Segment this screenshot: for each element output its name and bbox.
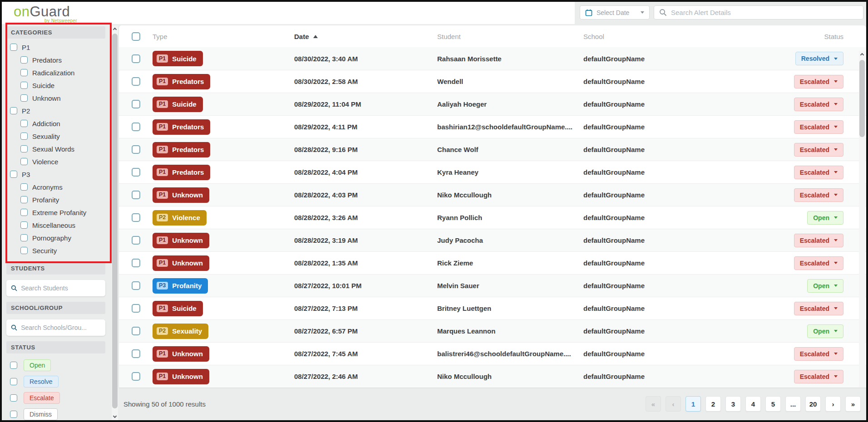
status-filter-badge[interactable]: Dismiss xyxy=(24,408,58,420)
date-filter-dropdown[interactable]: Select Date xyxy=(580,5,650,20)
category-item-checkbox[interactable] xyxy=(20,158,28,165)
row-checkbox[interactable] xyxy=(132,213,140,222)
status-dropdown[interactable]: Escalated xyxy=(794,166,843,179)
scrollbar-thumb[interactable] xyxy=(859,60,865,137)
status-filter-checkbox[interactable] xyxy=(10,362,17,369)
student-cell: Britney Luettgen xyxy=(437,304,583,312)
status-dropdown[interactable]: Open xyxy=(807,324,843,338)
row-checkbox[interactable] xyxy=(132,372,140,381)
row-checkbox[interactable] xyxy=(132,168,140,177)
category-item-checkbox[interactable] xyxy=(20,132,28,140)
column-header-status[interactable]: Status xyxy=(824,33,866,40)
status-dropdown[interactable]: Escalated xyxy=(794,120,843,134)
table-row[interactable]: P1Predators08/29/2022, 4:11 PMbashirian1… xyxy=(119,115,866,138)
row-checkbox[interactable] xyxy=(132,191,140,199)
status-dropdown[interactable]: Escalated xyxy=(794,75,843,88)
status-filter-checkbox[interactable] xyxy=(10,394,17,402)
table-scrollbar[interactable] xyxy=(859,51,865,388)
status-dropdown[interactable]: Escalated xyxy=(794,188,843,202)
row-checkbox[interactable] xyxy=(132,236,140,245)
pagination-button[interactable]: 4 xyxy=(745,396,761,412)
row-checkbox[interactable] xyxy=(132,54,140,63)
column-header-student[interactable]: Student xyxy=(437,33,583,40)
category-item-checkbox[interactable] xyxy=(20,221,28,229)
select-all-checkbox[interactable] xyxy=(132,32,140,41)
pagination-button[interactable]: ... xyxy=(785,396,801,412)
row-checkbox[interactable] xyxy=(132,281,140,290)
status-filter-badge[interactable]: Resolve xyxy=(24,376,59,388)
row-checkbox[interactable] xyxy=(132,100,140,108)
table-row[interactable]: P1Predators08/28/2022, 9:16 PMChance Wol… xyxy=(119,138,866,161)
category-item-checkbox[interactable] xyxy=(20,82,28,89)
table-row[interactable]: P1Suicide08/27/2022, 7:13 PMBritney Luet… xyxy=(119,297,866,319)
column-header-date[interactable]: Date xyxy=(294,33,437,40)
status-dropdown[interactable]: Escalated xyxy=(794,302,843,315)
logo-text: onGuard xyxy=(14,5,77,18)
table-row[interactable]: P1Predators08/30/2022, 2:58 AMWendelldef… xyxy=(119,70,866,93)
status-dropdown[interactable]: Resolved xyxy=(795,52,843,65)
category-group-checkbox[interactable] xyxy=(10,107,17,114)
type-cell: P1Unknown xyxy=(153,255,294,271)
sidebar-scrollbar[interactable] xyxy=(112,25,118,420)
status-dropdown[interactable]: Escalated xyxy=(794,347,843,361)
table-row[interactable]: P3Profanity08/27/2022, 10:01 PMMelvin Sa… xyxy=(119,274,866,297)
pagination-button[interactable]: 2 xyxy=(705,396,721,412)
category-item-checkbox[interactable] xyxy=(20,234,28,241)
status-filter-checkbox[interactable] xyxy=(10,378,17,385)
table-row[interactable]: P1Unknown08/28/2022, 1:35 AMRick Ziemede… xyxy=(119,251,866,274)
row-checkbox[interactable] xyxy=(132,123,140,131)
table-row[interactable]: P1Unknown08/28/2022, 3:19 AMJudy Pacocha… xyxy=(119,229,866,251)
scrollbar-thumb[interactable] xyxy=(112,34,118,408)
table-row[interactable]: P1Unknown08/27/2022, 7:45 AMbalistreri46… xyxy=(119,342,866,365)
row-checkbox[interactable] xyxy=(132,327,140,335)
table-row[interactable]: P1Unknown08/28/2022, 4:03 PMNiko Mccullo… xyxy=(119,183,866,206)
row-checkbox[interactable] xyxy=(132,304,140,313)
pagination-button[interactable]: 5 xyxy=(765,396,781,412)
pagination-button[interactable]: 3 xyxy=(725,396,741,412)
table-row[interactable]: P1Predators08/28/2022, 4:04 PMKyra Heane… xyxy=(119,161,866,183)
status-dropdown[interactable]: Open xyxy=(807,211,843,225)
category-item-checkbox[interactable] xyxy=(20,69,28,76)
status-dropdown[interactable]: Escalated xyxy=(794,98,843,111)
status-filter-checkbox[interactable] xyxy=(10,411,17,418)
table-row[interactable]: P2Violence08/28/2022, 3:26 AMRyann Polli… xyxy=(119,206,866,229)
row-checkbox[interactable] xyxy=(132,145,140,154)
category-item-checkbox[interactable] xyxy=(20,120,28,127)
row-checkbox[interactable] xyxy=(132,77,140,86)
status-filter-badge[interactable]: Open xyxy=(24,359,51,371)
category-item-checkbox[interactable] xyxy=(20,56,28,64)
scroll-up-icon[interactable] xyxy=(113,28,117,31)
table-row[interactable]: P1Suicide08/29/2022, 11:04 PMAaliyah Hoe… xyxy=(119,93,866,115)
category-item-checkbox[interactable] xyxy=(20,209,28,216)
category-item-checkbox[interactable] xyxy=(20,247,28,254)
status-dropdown[interactable]: Open xyxy=(807,279,843,293)
status-dropdown[interactable]: Escalated xyxy=(794,143,843,157)
category-item-checkbox[interactable] xyxy=(20,145,28,152)
status-dropdown[interactable]: Escalated xyxy=(794,370,843,383)
pagination-button[interactable]: › xyxy=(825,396,841,412)
alert-search-input[interactable] xyxy=(671,9,858,16)
table-row[interactable]: P2Sexuality08/27/2022, 6:57 PMMarques Le… xyxy=(119,319,866,342)
row-checkbox-cell xyxy=(119,281,153,290)
category-group-checkbox[interactable] xyxy=(10,44,17,51)
pagination-button[interactable]: » xyxy=(845,396,861,412)
table-row[interactable]: P1Unknown08/27/2022, 2:46 AMNiko Mccullo… xyxy=(119,365,866,388)
scroll-down-icon[interactable] xyxy=(113,414,117,418)
column-header-school[interactable]: School xyxy=(583,33,764,40)
school-group-search-input[interactable] xyxy=(21,324,101,331)
pagination-button[interactable]: 1 xyxy=(686,396,701,412)
category-item-checkbox[interactable] xyxy=(20,94,28,102)
category-group-checkbox[interactable] xyxy=(10,171,17,178)
students-search-input[interactable] xyxy=(21,285,101,292)
scroll-up-icon[interactable] xyxy=(860,53,864,57)
table-row[interactable]: P1Suicide08/30/2022, 3:40 AMRahsaan Mori… xyxy=(119,47,866,70)
status-dropdown[interactable]: Escalated xyxy=(794,234,843,247)
status-dropdown[interactable]: Escalated xyxy=(794,256,843,270)
row-checkbox[interactable] xyxy=(132,349,140,358)
category-item-checkbox[interactable] xyxy=(20,183,28,191)
category-item-checkbox[interactable] xyxy=(20,196,28,203)
column-header-type[interactable]: Type xyxy=(153,33,294,40)
pagination-button[interactable]: 20 xyxy=(805,396,821,412)
status-filter-badge[interactable]: Escalate xyxy=(24,392,60,404)
row-checkbox[interactable] xyxy=(132,259,140,267)
